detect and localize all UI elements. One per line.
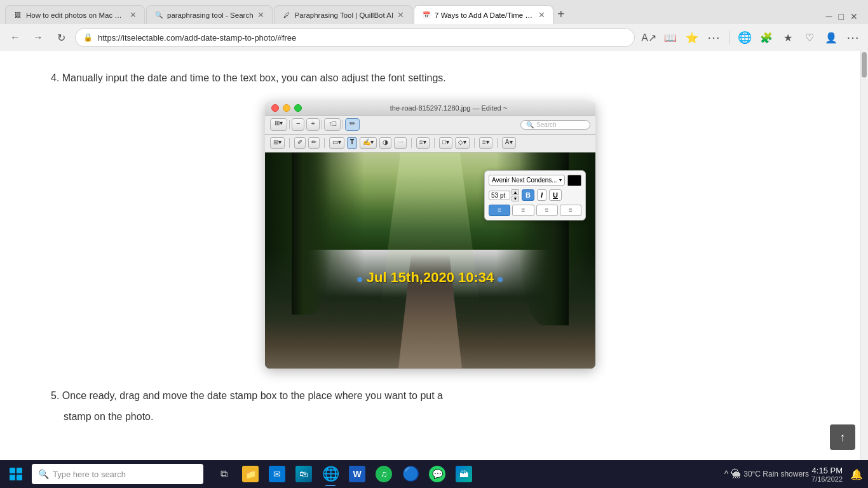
align-left-button[interactable]: ≡ — [489, 205, 510, 216]
mac-minimize-dot[interactable] — [283, 104, 290, 112]
scrollbar-track[interactable] — [860, 51, 868, 460]
mac-zoom-out-btn[interactable]: − — [292, 118, 304, 131]
bold-button[interactable]: B — [522, 189, 534, 201]
mac-tool-sketch[interactable]: ✐ — [294, 137, 306, 149]
taskbar-app-word[interactable]: W — [344, 461, 370, 487]
color-swatch[interactable] — [567, 175, 581, 186]
immersive-reader-icon[interactable]: 📖 — [661, 29, 679, 46]
stamp-handle-left — [357, 277, 362, 282]
mac-dots — [271, 104, 302, 112]
italic-button[interactable]: I — [537, 189, 546, 201]
favorites-icon[interactable]: ★ — [779, 29, 797, 46]
mac-search-placeholder: Search — [536, 121, 557, 128]
close-window-button[interactable]: ✕ — [850, 11, 858, 22]
taskbar-app-store[interactable]: 🛍 — [291, 461, 316, 487]
mac-tool-text[interactable]: T — [347, 137, 357, 149]
edge-taskbar-icon: 🌐 — [322, 466, 339, 482]
mac-tool-draw[interactable]: ✏ — [308, 137, 320, 149]
scrollbar-thumb[interactable] — [862, 52, 867, 78]
read-aloud-icon[interactable]: A↗ — [640, 29, 658, 46]
mac-zoom-in-btn[interactable]: + — [306, 118, 319, 131]
taskbar-app-file-explorer[interactable]: 📁 — [238, 461, 263, 487]
minimize-button[interactable]: ─ — [826, 11, 832, 22]
font-selector[interactable]: Avenir Next Condens... ▾ — [489, 175, 565, 186]
task-view-icon: ⧉ — [215, 466, 232, 482]
add-to-favorites-icon[interactable]: ⭐ — [683, 29, 701, 46]
align-right-button[interactable]: ≡ — [536, 205, 558, 216]
mac-tool-sign[interactable]: ✍▾ — [360, 137, 377, 149]
align-center-button[interactable]: ≡ — [512, 205, 534, 216]
mac-search[interactable]: 🔍 Search — [520, 120, 590, 130]
mac-tool-more[interactable]: ⋯ — [394, 137, 407, 149]
mac-tool-align[interactable]: ≡▾ — [416, 137, 430, 149]
tray-expand-icon[interactable]: ^ — [724, 469, 729, 479]
font-size-field[interactable]: 53 pt — [489, 191, 510, 200]
font-dropdown-icon: ▾ — [559, 177, 562, 183]
taskbar: 🔍 Type here to search ⧉ 📁 ✉ 🛍 🌐 W — [0, 460, 868, 488]
align-justify-button[interactable]: ≡ — [560, 205, 581, 216]
tab-paraphrasing-search[interactable]: 🔍 paraphrasing tool - Search ✕ — [146, 5, 273, 24]
tab-close-2[interactable]: ✕ — [257, 10, 264, 20]
mac-share-btn[interactable]: ↑□ — [324, 118, 341, 131]
lock-icon: 🔒 — [83, 33, 93, 42]
taskbar-app-task-view[interactable]: ⧉ — [211, 461, 236, 487]
font-size-control: 53 pt ▲ ▼ — [489, 189, 519, 201]
tab-7ways[interactable]: 📅 7 Ways to Add A Date/Time Sta ✕ — [414, 5, 553, 24]
tab-close-3[interactable]: ✕ — [397, 10, 404, 20]
mac-view-btn[interactable]: ⊞▾ — [270, 118, 287, 131]
chevron-up-icon: ↑ — [840, 431, 846, 444]
mac-toolbar1: ⊞▾ − + ↑□ ✏ 🔍 Search — [265, 116, 595, 135]
mac-tool-view2[interactable]: ⊞▾ — [270, 137, 285, 149]
mac-tool-lines[interactable]: ≡▾ — [479, 137, 492, 149]
tab-label-4: 7 Ways to Add A Date/Time Sta — [435, 11, 534, 19]
underline-button[interactable]: U — [549, 189, 562, 201]
mac-tool-shapes[interactable]: ▭▾ — [329, 137, 344, 149]
start-button[interactable] — [3, 461, 29, 487]
address-bar[interactable]: 🔒 https://itselectable.com/add-date-stam… — [75, 28, 635, 47]
mail-icon: ✉ — [269, 466, 285, 482]
step5-text: 5. Once ready, drag and move the date st… — [51, 388, 810, 404]
tab-quillbot[interactable]: 🖊 Paraphrasing Tool | QuillBot AI ✕ — [274, 5, 413, 24]
mac-tool-adjust[interactable]: ◑ — [379, 137, 391, 149]
font-size-stepper: ▲ ▼ — [512, 189, 519, 201]
tab-edit-photos[interactable]: 🖼 How to edit photos on Mac 202 ✕ — [5, 5, 145, 24]
mac-tool-textformat[interactable]: A▾ — [502, 137, 516, 149]
maximize-button[interactable]: □ — [839, 11, 844, 22]
font-name: Avenir Next Condens... — [492, 177, 557, 184]
tab-label-3: Paraphrasing Tool | QuillBot AI — [295, 11, 394, 19]
menu-icon[interactable]: ⋯ — [844, 29, 862, 46]
taskbar-app-chrome[interactable]: 🔵 — [398, 461, 423, 487]
new-tab-button[interactable]: + — [557, 7, 565, 24]
taskbar-search[interactable]: 🔍 Type here to search — [32, 464, 203, 484]
notification-button[interactable]: 🔔 — [850, 468, 863, 480]
edge-icon[interactable]: 🌐 — [736, 29, 754, 46]
weather-info[interactable]: 🌦 30°C Rain showers — [731, 468, 809, 480]
taskbar-app-mail[interactable]: ✉ — [264, 461, 290, 487]
mac-tool-border[interactable]: □▾ — [439, 137, 452, 149]
tab-close-1[interactable]: ✕ — [130, 10, 137, 20]
mac-tool-style[interactable]: ◇▾ — [455, 137, 470, 149]
font-size-up[interactable]: ▲ — [512, 189, 519, 195]
scroll-to-top-button[interactable]: ↑ — [830, 424, 855, 450]
extensions-icon[interactable]: 🧩 — [757, 29, 775, 46]
browser-settings-icon[interactable]: ⋯ — [705, 29, 722, 46]
tab-favicon-3: 🖊 — [282, 11, 291, 20]
refresh-button[interactable]: ↻ — [52, 29, 70, 46]
taskbar-app-whatsapp[interactable]: 💬 — [424, 461, 450, 487]
font-size-down[interactable]: ▼ — [512, 196, 519, 201]
mac-close-dot[interactable] — [271, 104, 279, 112]
mac-markup-btn[interactable]: ✏ — [345, 118, 360, 131]
mac-maximize-dot[interactable] — [294, 104, 302, 112]
clock-area[interactable]: 4:15 PM 7/16/2022 — [811, 466, 843, 483]
taskbar-app-photos[interactable]: 🏔 — [451, 461, 477, 487]
profile-icon[interactable]: 👤 — [822, 29, 840, 46]
back-button[interactable]: ← — [6, 29, 24, 46]
date-stamp-overlay[interactable]: Jul 15th,2020 10:34 — [357, 269, 503, 286]
mac-toolbar2: ⊞▾ ✐ ✏ ▭▾ T ✍▾ ◑ ⋯ ≡▾ □▾ ◇▾ ≡▾ — [265, 135, 595, 152]
collections-icon[interactable]: ♡ — [801, 29, 818, 46]
mac-search-icon: 🔍 — [526, 121, 534, 128]
taskbar-app-spotify[interactable]: ♫ — [371, 461, 397, 487]
taskbar-app-edge[interactable]: 🌐 — [318, 461, 343, 487]
forward-button[interactable]: → — [29, 29, 47, 46]
tab-close-4[interactable]: ✕ — [538, 10, 545, 20]
